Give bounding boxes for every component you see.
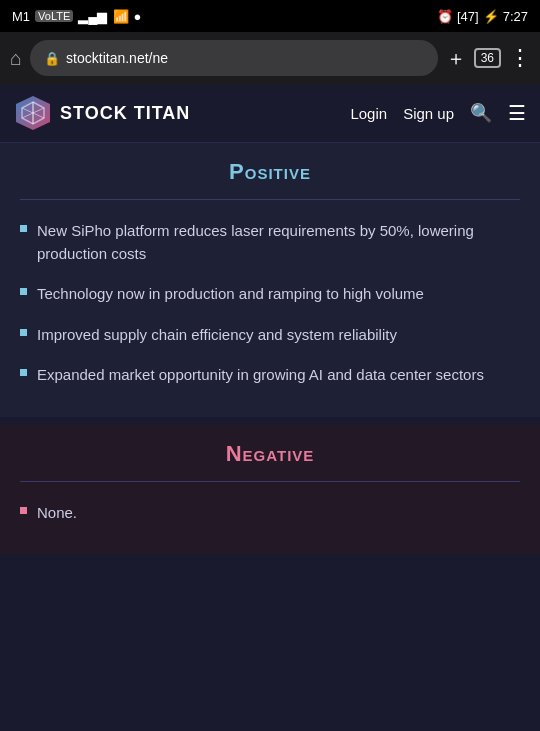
list-item: Expanded market opportunity in growing A… bbox=[20, 364, 520, 387]
menu-icon[interactable]: ☰ bbox=[508, 101, 526, 125]
positive-section: Positive New SiPho platform reduces lase… bbox=[0, 143, 540, 417]
positive-divider bbox=[20, 199, 520, 200]
signup-link[interactable]: Sign up bbox=[403, 105, 454, 122]
negative-divider bbox=[20, 481, 520, 482]
list-item: Technology now in production and ramping… bbox=[20, 283, 520, 306]
login-link[interactable]: Login bbox=[350, 105, 387, 122]
bullet-icon bbox=[20, 329, 27, 336]
logo-text: STOCK TITAN bbox=[60, 103, 190, 124]
status-bar: M1 VoLTE ▂▄▆ 📶 ● ⏰ [47] ⚡ 7:27 bbox=[0, 0, 540, 32]
bullet-icon bbox=[20, 288, 27, 295]
battery-label: [47] bbox=[457, 9, 479, 24]
carrier-label: M1 bbox=[12, 9, 30, 24]
browser-chrome: ⌂ 🔒 stocktitan.net/ne ＋ 36 ⋮ bbox=[0, 32, 540, 84]
search-icon[interactable]: 🔍 bbox=[470, 102, 492, 124]
positive-item-2: Technology now in production and ramping… bbox=[37, 283, 424, 306]
nav-links: Login Sign up 🔍 ☰ bbox=[350, 101, 526, 125]
address-bar[interactable]: 🔒 stocktitan.net/ne bbox=[30, 40, 438, 76]
new-tab-button[interactable]: ＋ bbox=[446, 45, 466, 72]
volte-label: VoLTE bbox=[35, 10, 73, 22]
negative-bullet-list: None. bbox=[20, 502, 520, 525]
list-item: New SiPho platform reduces laser require… bbox=[20, 220, 520, 265]
list-item: Improved supply chain efficiency and sys… bbox=[20, 324, 520, 347]
charging-icon: ⚡ bbox=[483, 9, 499, 24]
positive-section-title: Positive bbox=[20, 159, 520, 185]
alarm-icon: ⏰ bbox=[437, 9, 453, 24]
status-right: ⏰ [47] ⚡ 7:27 bbox=[437, 9, 528, 24]
whatsapp-icon: ● bbox=[134, 9, 142, 24]
signal-icon: ▂▄▆ bbox=[78, 9, 107, 24]
address-text: stocktitan.net/ne bbox=[66, 50, 168, 66]
main-content: Positive New SiPho platform reduces lase… bbox=[0, 143, 540, 554]
navbar: STOCK TITAN Login Sign up 🔍 ☰ bbox=[0, 84, 540, 143]
address-security-icon: 🔒 bbox=[44, 51, 60, 66]
bullet-icon bbox=[20, 507, 27, 514]
more-options-button[interactable]: ⋮ bbox=[509, 45, 530, 71]
negative-section: Negative None. bbox=[0, 425, 540, 555]
status-left: M1 VoLTE ▂▄▆ 📶 ● bbox=[12, 9, 141, 24]
logo-container[interactable]: STOCK TITAN bbox=[14, 94, 190, 132]
positive-bullet-list: New SiPho platform reduces laser require… bbox=[20, 220, 520, 387]
wifi-icon: 📶 bbox=[113, 9, 129, 24]
bullet-icon bbox=[20, 225, 27, 232]
positive-item-4: Expanded market opportunity in growing A… bbox=[37, 364, 484, 387]
negative-item-1: None. bbox=[37, 502, 77, 525]
bullet-icon bbox=[20, 369, 27, 376]
tabs-count[interactable]: 36 bbox=[474, 48, 501, 68]
home-icon[interactable]: ⌂ bbox=[10, 47, 22, 70]
positive-item-1: New SiPho platform reduces laser require… bbox=[37, 220, 520, 265]
positive-item-3: Improved supply chain efficiency and sys… bbox=[37, 324, 397, 347]
time-label: 7:27 bbox=[503, 9, 528, 24]
logo-icon bbox=[14, 94, 52, 132]
negative-section-title: Negative bbox=[20, 441, 520, 467]
list-item: None. bbox=[20, 502, 520, 525]
